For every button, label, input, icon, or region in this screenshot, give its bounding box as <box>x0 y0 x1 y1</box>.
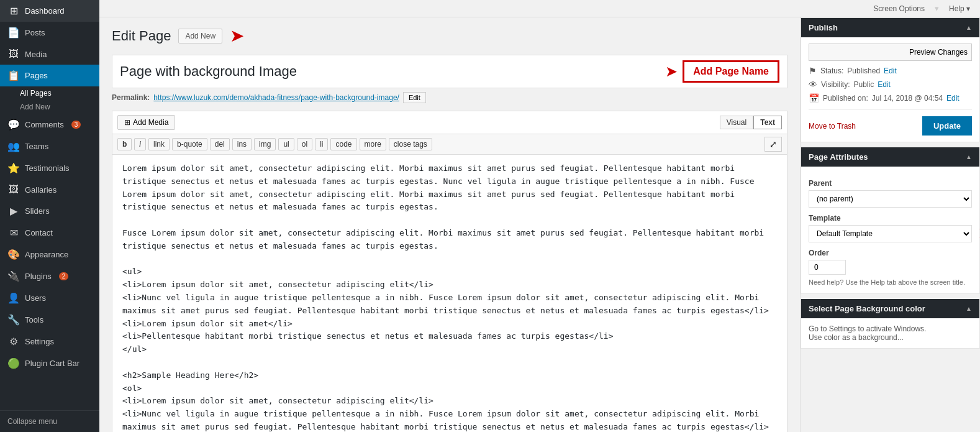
topbar: Screen Options ▾ Help ▾ <box>99 0 980 17</box>
code-button[interactable]: code <box>330 138 356 150</box>
sidebar-label-dashboard: Dashboard <box>25 6 65 16</box>
add-new-button[interactable]: Add New <box>178 29 222 44</box>
status-edit-link[interactable]: Edit <box>884 67 897 75</box>
published-edit-link[interactable]: Edit <box>946 94 960 103</box>
visibility-edit-link[interactable]: Edit <box>878 80 891 89</box>
sidebar-label-appearance: Appearance <box>25 250 68 259</box>
text-view-button[interactable]: Text <box>753 116 782 129</box>
update-button[interactable]: Update <box>922 116 972 136</box>
bquote-button[interactable]: b-quote <box>172 138 207 150</box>
main-area: Screen Options ▾ Help ▾ Edit Page Add Ne… <box>99 0 980 432</box>
sidebar-item-sliders[interactable]: ▶ Sliders <box>0 200 99 222</box>
template-label: Template <box>809 214 972 223</box>
template-select[interactable]: Default Template <box>809 225 972 242</box>
sidebar-item-plugin-cart-bar[interactable]: 🟢 Plugin Cart Bar <box>0 352 99 374</box>
add-media-button[interactable]: ⊞ Add Media <box>117 115 175 130</box>
sidebar-item-pages[interactable]: 📋 Pages <box>0 65 99 86</box>
editor-area: Edit Page Add New ➤ ➤ Add Page Name Perm… <box>99 17 800 432</box>
view-toggle: Visual Text <box>720 116 782 129</box>
bold-button[interactable]: b <box>117 138 132 150</box>
sidebar-item-contact[interactable]: ✉ Contact <box>0 222 99 244</box>
screen-options-button[interactable]: Screen Options <box>873 4 925 13</box>
arrow-annotation-1: ➤ <box>230 27 244 45</box>
page-attributes-header[interactable]: Page Attributes ▲ <box>801 147 979 167</box>
close-tags-button[interactable]: close tags <box>389 138 432 150</box>
collapse-menu[interactable]: Collapse menu <box>0 410 99 432</box>
sidebar-item-users[interactable]: 👤 Users <box>0 287 99 309</box>
sidebar-label-settings: Settings <box>25 337 54 346</box>
sidebar-item-plugins[interactable]: 🔌 Plugins 2 <box>0 265 99 287</box>
page-attributes-title: Page Attributes <box>809 152 868 162</box>
page-attributes-chevron-icon: ▲ <box>966 154 972 160</box>
sliders-icon: ▶ <box>7 205 20 217</box>
sidebar-item-media[interactable]: 🖼 Media <box>0 44 99 65</box>
sidebar-sub-add-new[interactable]: Add New <box>0 100 99 114</box>
img-button[interactable]: img <box>254 138 276 150</box>
expand-button[interactable]: ⤢ <box>764 137 782 152</box>
preview-changes-button[interactable]: Preview Changes <box>809 44 972 61</box>
status-icon: ⚑ <box>809 66 817 76</box>
title-section: ➤ Add Page Name Permalink: https://www.l… <box>112 55 787 103</box>
media-icon: 🖼 <box>7 48 20 60</box>
publish-panel-title: Publish <box>809 23 838 32</box>
sidebar-label-pages: Pages <box>25 71 48 80</box>
bg-color-chevron-icon: ▲ <box>966 305 972 312</box>
bg-color-panel-title: Select Page Background color <box>809 304 925 313</box>
sidebar-item-appearance[interactable]: 🎨 Appearance <box>0 244 99 265</box>
sidebar-item-teams[interactable]: 👥 Teams <box>0 136 99 157</box>
dashboard-icon: ⊞ <box>7 5 20 17</box>
permalink-edit-button[interactable]: Edit <box>403 92 426 103</box>
sidebar-item-dashboard[interactable]: ⊞ Dashboard <box>0 0 99 22</box>
sidebar-item-gallaries[interactable]: 🖼 Gallaries <box>0 179 99 200</box>
sidebar-item-comments[interactable]: 💬 Comments 3 <box>0 114 99 136</box>
appearance-icon: 🎨 <box>7 249 20 260</box>
text-editor[interactable]: Lorem ipsum dolor sit amet, consectetur … <box>112 154 787 432</box>
help-button[interactable]: Help ▾ <box>949 4 970 13</box>
sidebar-item-testimonials[interactable]: ⭐ Testimonials <box>0 157 99 179</box>
publish-panel-header[interactable]: Publish ▲ <box>801 18 979 37</box>
visibility-value: Public <box>853 80 874 89</box>
tools-icon: 🔧 <box>7 314 20 326</box>
del-button[interactable]: del <box>210 138 230 150</box>
bg-color-panel-header[interactable]: Select Page Background color ▲ <box>801 299 979 318</box>
permalink-label: Permalink: <box>112 93 150 102</box>
page-header: Edit Page Add New ➤ <box>112 27 787 45</box>
ins-button[interactable]: ins <box>232 138 252 150</box>
sidebar-label-gallaries: Gallaries <box>25 185 57 195</box>
ol-button[interactable]: ol <box>297 138 312 150</box>
permalink-url[interactable]: https://www.luzuk.com/demo/akhada-fitnes… <box>153 93 399 102</box>
bg-color-description2: Use color as a background... <box>809 333 904 342</box>
sidebar-item-tools[interactable]: 🔧 Tools <box>0 309 99 331</box>
collapse-label: Collapse menu <box>7 417 57 426</box>
page-attributes-body: Parent (no parent) Template Default Temp… <box>801 167 979 293</box>
sidebar-sub-all-pages[interactable]: All Pages <box>0 86 99 100</box>
sidebar-item-posts[interactable]: 📄 Posts <box>0 22 99 44</box>
move-to-trash-link[interactable]: Move to Trash <box>809 122 856 131</box>
visual-view-button[interactable]: Visual <box>720 116 753 129</box>
page-title: Edit Page <box>112 28 171 44</box>
status-value: Published <box>847 67 880 75</box>
published-on-row: 📅 Published on: Jul 14, 2018 @ 04:54 Edi… <box>809 93 972 103</box>
plugins-icon: 🔌 <box>7 270 20 282</box>
plugins-badge: 2 <box>59 272 69 280</box>
link-button[interactable]: link <box>148 138 170 150</box>
publish-panel-body: Preview Changes ⚑ Status: Published Edit… <box>801 37 979 142</box>
publish-actions: Move to Trash Update <box>809 109 972 136</box>
italic-button[interactable]: i <box>134 138 146 150</box>
ul-button[interactable]: ul <box>278 138 294 150</box>
li-button[interactable]: li <box>315 138 328 150</box>
sidebar-item-settings[interactable]: ⚙ Settings <box>0 331 99 352</box>
sidebar: ⊞ Dashboard 📄 Posts 🖼 Media 📋 Pages All … <box>0 0 99 432</box>
bg-color-panel: Select Page Background color ▲ Go to Set… <box>801 299 980 349</box>
plugin-cart-bar-icon: 🟢 <box>7 357 20 369</box>
order-input[interactable] <box>809 260 846 275</box>
add-new-sub-label: Add New <box>20 103 50 111</box>
sidebar-label-teams: Teams <box>25 142 48 151</box>
published-label: Published on: <box>823 94 868 103</box>
sidebar-label-testimonials: Testimonials <box>25 163 70 173</box>
page-title-input[interactable] <box>120 63 660 80</box>
publish-panel: Publish ▲ Preview Changes ⚑ Status: Publ… <box>801 17 980 142</box>
more-button[interactable]: more <box>360 138 386 150</box>
sidebar-label-comments: Comments <box>25 120 64 129</box>
parent-select[interactable]: (no parent) <box>809 190 972 208</box>
